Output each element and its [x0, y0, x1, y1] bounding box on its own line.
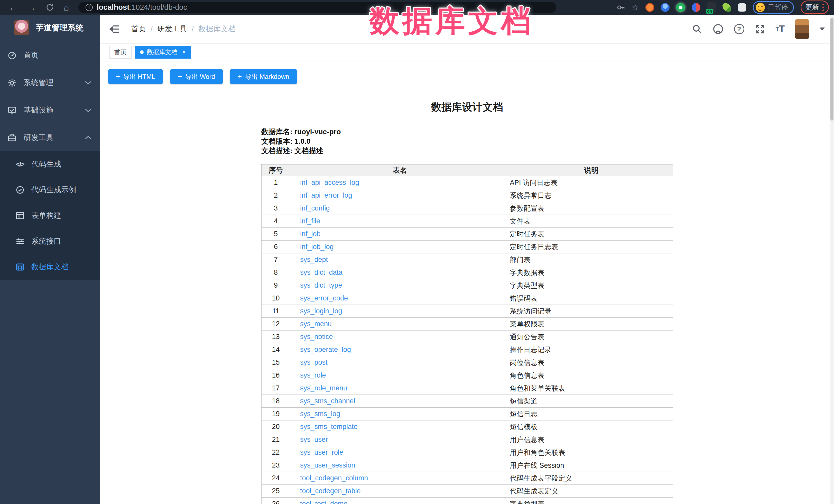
browser-forward-icon[interactable]: → — [27, 3, 36, 12]
app-title: 芋道管理系统 — [36, 22, 84, 33]
tag-db-doc[interactable]: 数据库文档 × — [135, 46, 191, 59]
profile-paused-badge[interactable]: 已暂停 — [753, 1, 794, 14]
table-description: 系统异常日志 — [500, 189, 673, 202]
table-name-cell: sys_sms_template — [290, 420, 500, 433]
table-description: 代码生成表字段定义 — [500, 472, 673, 485]
extension-icon[interactable] — [676, 3, 685, 12]
sidebar-item-codegen[interactable]: </> 代码生成 — [0, 151, 100, 177]
table-name-link[interactable]: tool_codegen_column — [300, 474, 368, 482]
fullscreen-icon[interactable] — [754, 24, 765, 35]
table-name-link[interactable]: inf_api_access_log — [300, 179, 359, 186]
table-name-cell: sys_post — [290, 356, 500, 369]
export-word-button[interactable]: + 导出 Word — [170, 69, 223, 84]
table-name-link[interactable]: tool_test_demo — [300, 500, 348, 504]
meta-value: ruoyi-vue-pro — [294, 128, 341, 136]
page-scrollbar[interactable] — [830, 15, 834, 504]
table-name-link[interactable]: tool_codegen_table — [300, 487, 361, 495]
extensions-puzzle-icon[interactable] — [738, 3, 746, 12]
breadcrumb-devtools[interactable]: 研发工具 — [157, 24, 187, 34]
plus-icon: + — [116, 72, 120, 81]
url-host: localhost — [97, 3, 130, 11]
table-name-link[interactable]: sys_sms_template — [300, 423, 358, 431]
table-name-link[interactable]: inf_api_error_log — [300, 192, 352, 199]
table-name-link[interactable]: sys_user_session — [300, 461, 355, 469]
github-icon[interactable] — [712, 23, 724, 35]
extension-icon[interactable]: on — [707, 2, 716, 13]
tag-home[interactable]: 首页 — [109, 46, 132, 59]
table-name-link[interactable]: sys_notice — [300, 333, 333, 341]
password-key-icon[interactable] — [616, 3, 625, 12]
close-icon[interactable]: × — [182, 49, 186, 56]
table-name-link[interactable]: sys_user_role — [300, 448, 343, 456]
table-name-link[interactable]: inf_job — [300, 230, 321, 238]
export-markdown-button[interactable]: + 导出 Markdown — [230, 69, 297, 84]
table-name-link[interactable]: inf_config — [300, 204, 330, 212]
extension-icon[interactable] — [661, 3, 670, 12]
browser-home-icon[interactable]: ⌂ — [64, 3, 69, 12]
table-name-link[interactable]: inf_job_log — [300, 243, 334, 250]
row-index: 21 — [262, 433, 290, 446]
extension-icon[interactable] — [723, 3, 731, 12]
doc-meta: 数据库名: ruoyi-vue-pro 文档版本: 1.0.0 文档描述: 文档… — [261, 127, 673, 155]
table-name-link[interactable]: inf_file — [300, 217, 320, 225]
table-name-cell: sys_notice — [290, 330, 500, 343]
address-bar[interactable]: i localhost:1024/tool/db-doc — [79, 2, 556, 13]
bookmark-star-icon[interactable]: ☆ — [632, 3, 639, 12]
sidebar-item-home[interactable]: 首页 — [0, 41, 100, 69]
row-index: 25 — [262, 485, 290, 498]
sidebar-item-api[interactable]: 系统接口 — [0, 228, 100, 254]
row-index: 26 — [262, 498, 290, 504]
sidebar-item-label: 研发工具 — [24, 133, 53, 143]
table-name-link[interactable]: sys_dict_type — [300, 281, 342, 289]
sidebar-item-infra[interactable]: 基础设施 — [0, 96, 100, 124]
browser-reload-icon[interactable] — [46, 3, 54, 12]
table-name-link[interactable]: sys_login_log — [300, 307, 342, 315]
avatar[interactable] — [795, 19, 809, 39]
update-button[interactable]: 更新 — [800, 1, 829, 14]
extension-icon[interactable] — [645, 3, 654, 12]
row-index: 19 — [262, 408, 290, 420]
table-name-link[interactable]: sys_error_code — [300, 294, 348, 302]
table-description: 部门表 — [500, 254, 673, 266]
table-row: 11sys_login_log系统访问记录 — [262, 305, 673, 318]
sidebar-item-label: 系统管理 — [24, 78, 53, 88]
browser-back-icon[interactable]: ← — [9, 3, 18, 12]
tags-view: 首页 数据库文档 × — [100, 44, 834, 61]
chevron-down-icon[interactable] — [819, 27, 825, 30]
url-path: :1024/tool/db-doc — [130, 3, 187, 11]
sidebar-item-devtools[interactable]: 研发工具 — [0, 124, 100, 151]
browser-menu-icon[interactable] — [822, 4, 824, 11]
sidebar-collapse-icon[interactable] — [109, 25, 120, 34]
table-name-link[interactable]: sys_role — [300, 371, 326, 379]
export-html-button[interactable]: + 导出 HTML — [108, 69, 163, 84]
table-name-link[interactable]: sys_dict_data — [300, 268, 343, 276]
table-name-cell: sys_role — [290, 369, 500, 382]
button-label: 导出 HTML — [123, 72, 155, 81]
table-name-link[interactable]: sys_post — [300, 358, 328, 366]
plus-icon: + — [238, 72, 242, 81]
scrollbar-thumb[interactable] — [830, 18, 833, 120]
table-name-cell: sys_error_code — [290, 292, 500, 305]
extension-icon[interactable] — [692, 3, 700, 12]
table-name-link[interactable]: sys_sms_channel — [300, 397, 355, 405]
breadcrumb-home[interactable]: 首页 — [131, 24, 146, 34]
table-description: 角色和菜单关联表 — [500, 382, 673, 395]
sidebar-item-form-builder[interactable]: 表单构建 — [0, 203, 100, 228]
table-header-row: 序号 表名 说明 — [262, 165, 673, 176]
sidebar-item-db-doc[interactable]: 数据库文档 — [0, 254, 100, 280]
search-icon[interactable] — [692, 24, 702, 34]
table-name-link[interactable]: sys_dept — [300, 256, 328, 263]
table-name-link[interactable]: sys_role_menu — [300, 384, 347, 392]
sidebar-item-system[interactable]: 系统管理 — [0, 69, 100, 96]
help-icon[interactable]: ? — [734, 24, 744, 34]
table-name-link[interactable]: sys_operate_log — [300, 346, 351, 353]
table-description: 角色信息表 — [500, 369, 673, 382]
table-name-link[interactable]: sys_menu — [300, 320, 332, 328]
app-logo-row[interactable]: 芋道管理系统 — [0, 15, 100, 39]
font-size-icon[interactable]: TT — [776, 24, 785, 35]
sidebar-item-codegen-demo[interactable]: 代码生成示例 — [0, 177, 100, 203]
table-name-link[interactable]: sys_user — [300, 436, 328, 443]
table-name-link[interactable]: sys_sms_log — [300, 410, 340, 418]
site-info-icon[interactable]: i — [86, 4, 93, 11]
table-row: 2inf_api_error_log系统异常日志 — [262, 189, 673, 202]
